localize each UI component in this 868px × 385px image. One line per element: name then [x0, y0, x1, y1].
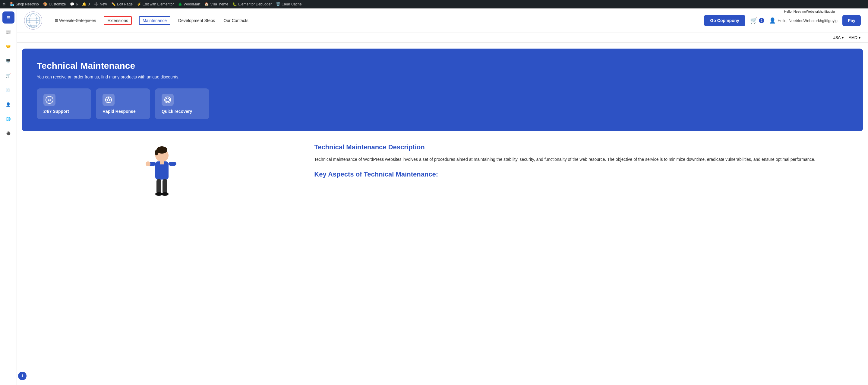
monitor-icon: 🖥️ — [6, 59, 11, 63]
svg-point-23 — [146, 161, 150, 166]
admin-bar: ⚙ 🏪 Shop Neetrino 🎨 Customize 💬 6 🔔 0 ➕ … — [0, 0, 868, 8]
cart-icon: 🛒 — [750, 17, 758, 24]
admin-bar-notifications[interactable]: 🔔 0 — [82, 2, 90, 6]
all-icon: ⊕ — [6, 130, 10, 137]
wp-logo-icon: ⚙ — [2, 2, 6, 6]
admin-bar-elementor[interactable]: ⚡ Edit with Elementor — [137, 2, 174, 6]
refresh-arrows-icon — [163, 96, 172, 104]
nav-maintenance[interactable]: Maintenance — [139, 16, 170, 25]
feature-card-rapid-title: Rapid Response — [102, 109, 144, 114]
admin-bar-shop[interactable]: 🏪 Shop Neetrino — [10, 2, 39, 6]
admin-bar-clear-cache[interactable]: 🗑️ Clear Cache — [276, 2, 302, 6]
gear-refresh-icon — [104, 96, 113, 104]
user-area[interactable]: 👤 Hello, NeetrinoWebstorkhgitfiguyig — [769, 17, 838, 24]
feature-card-recovery-title: Quick recovery — [162, 109, 203, 114]
hero-subtitle: You can receive an order from us, find m… — [37, 75, 848, 79]
svg-rect-24 — [156, 179, 161, 194]
person-illustration — [138, 143, 180, 204]
villatheme-icon: 🏠 — [205, 2, 209, 6]
svg-point-27 — [161, 192, 168, 196]
secondary-nav: USA ▾ AMD ▾ — [17, 33, 868, 42]
hero-title: Technical Maintenance — [37, 61, 848, 71]
header-right: Hello, NeetrinoWebstorkhgitfiguyig Go Co… — [704, 15, 861, 26]
person-icon: 👤 — [6, 102, 11, 107]
sidebar-monitor-button[interactable]: 🖥️ — [2, 55, 14, 67]
newspaper-icon: 📰 — [6, 30, 11, 34]
sidebar-person-button[interactable]: 👤 — [2, 98, 14, 111]
hero-banner: Technical Maintenance You can receive an… — [22, 49, 863, 131]
admin-bar-elementor-debugger[interactable]: 🐛 Elementor Debugger — [232, 2, 272, 6]
globe-icon: 🌐 — [6, 117, 11, 121]
site-header: NEETRINO ≡ Website Categories Extensions… — [17, 8, 868, 33]
sidebar-menu-button[interactable]: ☰ — [2, 11, 14, 24]
left-sidebar: ☰ 📰 🤝 🖥️ 🛒 🧾 👤 🌐 ⊕ — [0, 8, 17, 210]
sidebar-handshake-button[interactable]: 🤝 — [2, 40, 14, 53]
sidebar-cart-button[interactable]: 🛒 — [2, 69, 14, 82]
new-icon: ➕ — [94, 2, 99, 6]
admin-bar-villatheme[interactable]: 🏠 VillaTheme — [205, 2, 228, 6]
country-selector[interactable]: USA ▾ — [832, 35, 844, 40]
admin-bar-comments[interactable]: 💬 6 — [70, 2, 78, 6]
quick-recovery-icon — [162, 94, 174, 106]
chevron-down-country-icon: ▾ — [842, 35, 844, 40]
comments-icon: 💬 — [70, 2, 74, 6]
logo-area[interactable]: NEETRINO — [24, 11, 42, 30]
admin-bar-customize[interactable]: 🎨 Customize — [43, 2, 66, 6]
edit-page-icon: ✏️ — [111, 2, 116, 6]
shop-icon: 🏪 — [10, 2, 14, 6]
logo-globe-svg: NEETRINO — [25, 13, 41, 28]
main-wrapper: NEETRINO ≡ Website Categories Extensions… — [17, 8, 868, 210]
cart-area[interactable]: 🛒 2 — [750, 17, 764, 24]
sidebar-globe-button[interactable]: 🌐 — [2, 113, 14, 125]
lower-section: Technical Maintenance Description Techni… — [17, 137, 868, 210]
user-icon: 👤 — [769, 17, 776, 24]
secondary-nav-right: USA ▾ AMD ▾ — [832, 35, 861, 40]
feature-card-rapid[interactable]: Rapid Response — [96, 88, 150, 119]
go-company-button[interactable]: Go Copmpony — [704, 15, 745, 26]
feature-card-support[interactable]: 24 24/7 Support — [37, 88, 91, 119]
elementor-icon: ⚡ — [137, 2, 142, 6]
menu-hamburger-icon: ☰ — [7, 16, 10, 20]
sidebar-receipt-button[interactable]: 🧾 — [2, 84, 14, 96]
phone-24-icon: 24 — [45, 96, 54, 104]
feature-card-recovery[interactable]: Quick recovery — [155, 88, 209, 119]
description-title: Technical Maintenance Description — [314, 143, 863, 151]
handshake-icon: 🤝 — [6, 45, 11, 49]
admin-bar-new[interactable]: ➕ New — [94, 2, 107, 6]
svg-rect-18 — [155, 150, 158, 155]
pay-button[interactable]: Pay — [842, 15, 861, 26]
debugger-icon: 🐛 — [232, 2, 237, 6]
user-info-small: Hello, NeetrinoWebstorkhgitfiguyig — [784, 10, 835, 13]
svg-text:24: 24 — [48, 99, 51, 101]
sidebar-all-button[interactable]: ⊕ — [2, 127, 14, 139]
nav-extensions[interactable]: Extensions — [104, 16, 131, 25]
currency-selector[interactable]: AMD ▾ — [849, 35, 861, 40]
receipt-icon: 🧾 — [6, 88, 11, 92]
sidebar-newspaper-button[interactable]: 📰 — [2, 26, 14, 38]
admin-bar-woodmart[interactable]: 🌲 WoodMart — [178, 2, 200, 6]
rapid-response-icon — [102, 94, 115, 106]
clear-cache-icon: 🗑️ — [276, 2, 280, 6]
support-24-7-icon: 24 — [43, 94, 56, 106]
admin-bar-wp-icon[interactable]: ⚙ — [2, 2, 6, 6]
notifications-icon: 🔔 — [82, 2, 87, 6]
svg-rect-20 — [160, 161, 164, 165]
svg-marker-14 — [169, 99, 170, 100]
chevron-down-currency-icon: ▾ — [859, 35, 861, 40]
nav-development-steps[interactable]: Development Steps — [178, 17, 216, 24]
feature-cards: 24 24/7 Support Rapid Response — [37, 88, 848, 119]
svg-point-8 — [107, 99, 110, 101]
nav-our-contacts[interactable]: Our Contacts — [223, 17, 249, 24]
logo-circle: NEETRINO — [24, 11, 42, 30]
nav-website-categories[interactable]: ≡ Website Categories — [54, 16, 96, 25]
feature-card-support-title: 24/7 Support — [43, 109, 85, 114]
woodmart-icon: 🌲 — [178, 2, 182, 6]
description-area: Technical Maintenance Description Techni… — [308, 143, 863, 204]
admin-bar-edit-page[interactable]: ✏️ Edit Page — [111, 2, 133, 6]
illustration-area — [22, 143, 296, 204]
key-aspects-title: Key Aspects of Technical Maintenance: — [314, 171, 863, 178]
description-body: Technical maintenance of WordPress websi… — [314, 156, 863, 163]
nav-lines-icon: ≡ — [55, 18, 58, 24]
main-nav: ≡ Website Categories Extensions Maintena… — [54, 16, 704, 25]
svg-point-17 — [156, 146, 167, 154]
